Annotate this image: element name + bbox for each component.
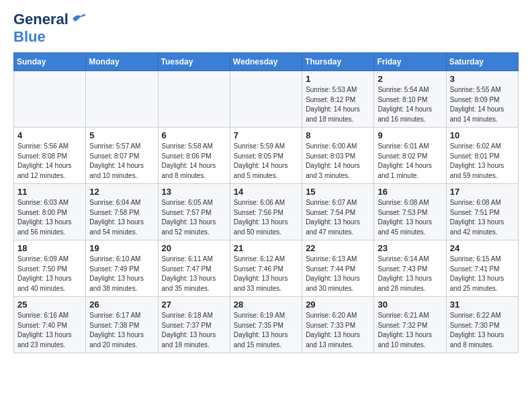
logo-blue: Blue bbox=[13, 28, 46, 45]
calendar-cell: 12Sunrise: 6:04 AM Sunset: 7:58 PM Dayli… bbox=[86, 184, 158, 240]
calendar-cell: 8Sunrise: 6:00 AM Sunset: 8:03 PM Daylig… bbox=[302, 128, 374, 184]
calendar-cell: 29Sunrise: 6:20 AM Sunset: 7:33 PM Dayli… bbox=[302, 297, 374, 353]
day-info: Sunrise: 5:58 AM Sunset: 8:06 PM Dayligh… bbox=[162, 142, 226, 181]
day-number: 25 bbox=[17, 300, 82, 310]
day-info: Sunrise: 6:14 AM Sunset: 7:43 PM Dayligh… bbox=[378, 255, 442, 293]
day-number: 28 bbox=[234, 300, 298, 310]
day-number: 19 bbox=[89, 243, 154, 253]
day-number: 3 bbox=[450, 74, 515, 84]
calendar-cell: 28Sunrise: 6:19 AM Sunset: 7:35 PM Dayli… bbox=[230, 297, 302, 353]
day-info: Sunrise: 5:56 AM Sunset: 8:08 PM Dayligh… bbox=[17, 142, 82, 181]
calendar-cell: 20Sunrise: 6:11 AM Sunset: 7:47 PM Dayli… bbox=[158, 240, 230, 297]
calendar-cell: 3Sunrise: 5:55 AM Sunset: 8:09 PM Daylig… bbox=[446, 71, 518, 128]
day-number: 16 bbox=[378, 187, 442, 197]
day-info: Sunrise: 5:57 AM Sunset: 8:07 PM Dayligh… bbox=[89, 142, 154, 181]
calendar-cell: 15Sunrise: 6:07 AM Sunset: 7:54 PM Dayli… bbox=[302, 184, 374, 240]
calendar-cell: 2Sunrise: 5:54 AM Sunset: 8:10 PM Daylig… bbox=[374, 71, 446, 128]
calendar-cell bbox=[14, 71, 86, 128]
day-number: 4 bbox=[17, 130, 82, 140]
day-info: Sunrise: 5:55 AM Sunset: 8:09 PM Dayligh… bbox=[450, 85, 515, 124]
logo-bird-icon bbox=[71, 12, 86, 24]
day-info: Sunrise: 6:11 AM Sunset: 7:47 PM Dayligh… bbox=[162, 255, 226, 293]
day-info: Sunrise: 6:05 AM Sunset: 7:57 PM Dayligh… bbox=[162, 198, 226, 237]
calendar-week-1: 1Sunrise: 5:53 AM Sunset: 8:12 PM Daylig… bbox=[14, 71, 519, 128]
day-number: 8 bbox=[306, 130, 370, 140]
weekday-header-tuesday: Tuesday bbox=[158, 53, 230, 71]
day-info: Sunrise: 6:09 AM Sunset: 7:50 PM Dayligh… bbox=[17, 255, 82, 293]
day-number: 23 bbox=[378, 243, 442, 253]
day-number: 22 bbox=[306, 243, 370, 253]
day-number: 6 bbox=[162, 130, 226, 140]
day-info: Sunrise: 6:03 AM Sunset: 8:00 PM Dayligh… bbox=[17, 198, 82, 237]
day-number: 27 bbox=[162, 300, 226, 310]
calendar-cell: 13Sunrise: 6:05 AM Sunset: 7:57 PM Dayli… bbox=[158, 184, 230, 240]
calendar-cell: 5Sunrise: 5:57 AM Sunset: 8:07 PM Daylig… bbox=[86, 128, 158, 184]
weekday-header-thursday: Thursday bbox=[302, 53, 374, 71]
day-info: Sunrise: 6:00 AM Sunset: 8:03 PM Dayligh… bbox=[306, 142, 370, 181]
day-number: 2 bbox=[378, 74, 442, 84]
calendar-cell: 21Sunrise: 6:12 AM Sunset: 7:46 PM Dayli… bbox=[230, 240, 302, 297]
calendar-cell: 26Sunrise: 6:17 AM Sunset: 7:38 PM Dayli… bbox=[86, 297, 158, 353]
weekday-header-monday: Monday bbox=[86, 53, 158, 71]
calendar-header: SundayMondayTuesdayWednesdayThursdayFrid… bbox=[14, 53, 519, 71]
day-number: 31 bbox=[450, 300, 515, 310]
calendar-cell: 16Sunrise: 6:08 AM Sunset: 7:53 PM Dayli… bbox=[374, 184, 446, 240]
day-info: Sunrise: 6:22 AM Sunset: 7:30 PM Dayligh… bbox=[450, 311, 515, 350]
weekday-header-friday: Friday bbox=[374, 53, 446, 71]
day-info: Sunrise: 6:13 AM Sunset: 7:44 PM Dayligh… bbox=[306, 255, 370, 293]
weekday-header-saturday: Saturday bbox=[446, 53, 518, 71]
weekday-header-sunday: Sunday bbox=[14, 53, 86, 71]
day-info: Sunrise: 6:12 AM Sunset: 7:46 PM Dayligh… bbox=[234, 255, 298, 293]
day-info: Sunrise: 6:18 AM Sunset: 7:37 PM Dayligh… bbox=[162, 311, 226, 350]
day-number: 17 bbox=[450, 187, 515, 197]
calendar-cell: 18Sunrise: 6:09 AM Sunset: 7:50 PM Dayli… bbox=[14, 240, 86, 297]
day-number: 1 bbox=[306, 74, 370, 84]
day-info: Sunrise: 6:20 AM Sunset: 7:33 PM Dayligh… bbox=[306, 311, 370, 350]
day-number: 24 bbox=[450, 243, 515, 253]
day-info: Sunrise: 6:07 AM Sunset: 7:54 PM Dayligh… bbox=[306, 198, 370, 237]
day-info: Sunrise: 6:08 AM Sunset: 7:53 PM Dayligh… bbox=[378, 198, 442, 237]
calendar-cell: 23Sunrise: 6:14 AM Sunset: 7:43 PM Dayli… bbox=[374, 240, 446, 297]
day-info: Sunrise: 6:10 AM Sunset: 7:49 PM Dayligh… bbox=[89, 255, 154, 293]
day-info: Sunrise: 6:16 AM Sunset: 7:40 PM Dayligh… bbox=[17, 311, 82, 350]
weekday-header-wednesday: Wednesday bbox=[230, 53, 302, 71]
calendar-cell: 30Sunrise: 6:21 AM Sunset: 7:32 PM Dayli… bbox=[374, 297, 446, 353]
day-number: 12 bbox=[89, 187, 154, 197]
day-number: 20 bbox=[162, 243, 226, 253]
calendar-cell: 31Sunrise: 6:22 AM Sunset: 7:30 PM Dayli… bbox=[446, 297, 518, 353]
calendar-cell bbox=[230, 71, 302, 128]
day-number: 30 bbox=[378, 300, 442, 310]
day-info: Sunrise: 6:19 AM Sunset: 7:35 PM Dayligh… bbox=[234, 311, 298, 350]
day-number: 15 bbox=[306, 187, 370, 197]
day-number: 13 bbox=[162, 187, 226, 197]
calendar-cell: 4Sunrise: 5:56 AM Sunset: 8:08 PM Daylig… bbox=[14, 128, 86, 184]
calendar-cell: 17Sunrise: 6:08 AM Sunset: 7:51 PM Dayli… bbox=[446, 184, 518, 240]
day-info: Sunrise: 6:01 AM Sunset: 8:02 PM Dayligh… bbox=[378, 142, 442, 181]
day-number: 7 bbox=[234, 130, 298, 140]
day-info: Sunrise: 6:17 AM Sunset: 7:38 PM Dayligh… bbox=[89, 311, 154, 350]
day-number: 5 bbox=[89, 130, 154, 140]
calendar-cell: 7Sunrise: 5:59 AM Sunset: 8:05 PM Daylig… bbox=[230, 128, 302, 184]
day-number: 10 bbox=[450, 130, 515, 140]
day-info: Sunrise: 6:04 AM Sunset: 7:58 PM Dayligh… bbox=[89, 198, 154, 237]
calendar-cell: 27Sunrise: 6:18 AM Sunset: 7:37 PM Dayli… bbox=[158, 297, 230, 353]
calendar-table: SundayMondayTuesdayWednesdayThursdayFrid… bbox=[13, 52, 519, 353]
day-number: 29 bbox=[306, 300, 370, 310]
calendar-cell: 14Sunrise: 6:06 AM Sunset: 7:56 PM Dayli… bbox=[230, 184, 302, 240]
day-number: 26 bbox=[89, 300, 154, 310]
day-info: Sunrise: 6:08 AM Sunset: 7:51 PM Dayligh… bbox=[450, 198, 515, 237]
day-info: Sunrise: 5:53 AM Sunset: 8:12 PM Dayligh… bbox=[306, 85, 370, 124]
logo-general: General bbox=[13, 11, 69, 28]
logo: General Blue bbox=[13, 11, 86, 46]
calendar-week-3: 11Sunrise: 6:03 AM Sunset: 8:00 PM Dayli… bbox=[14, 184, 519, 240]
calendar-cell: 10Sunrise: 6:02 AM Sunset: 8:01 PM Dayli… bbox=[446, 128, 518, 184]
calendar-week-5: 25Sunrise: 6:16 AM Sunset: 7:40 PM Dayli… bbox=[14, 297, 519, 353]
calendar-cell bbox=[158, 71, 230, 128]
calendar-week-4: 18Sunrise: 6:09 AM Sunset: 7:50 PM Dayli… bbox=[14, 240, 519, 297]
day-number: 11 bbox=[17, 187, 82, 197]
calendar-cell: 11Sunrise: 6:03 AM Sunset: 8:00 PM Dayli… bbox=[14, 184, 86, 240]
calendar-week-2: 4Sunrise: 5:56 AM Sunset: 8:08 PM Daylig… bbox=[14, 128, 519, 184]
calendar-cell: 1Sunrise: 5:53 AM Sunset: 8:12 PM Daylig… bbox=[302, 71, 374, 128]
calendar-cell: 6Sunrise: 5:58 AM Sunset: 8:06 PM Daylig… bbox=[158, 128, 230, 184]
calendar-cell bbox=[86, 71, 158, 128]
